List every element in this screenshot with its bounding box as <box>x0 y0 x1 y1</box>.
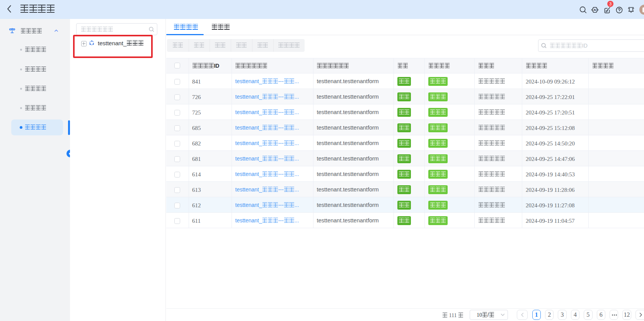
svg-text:AI: AI <box>593 8 596 12</box>
